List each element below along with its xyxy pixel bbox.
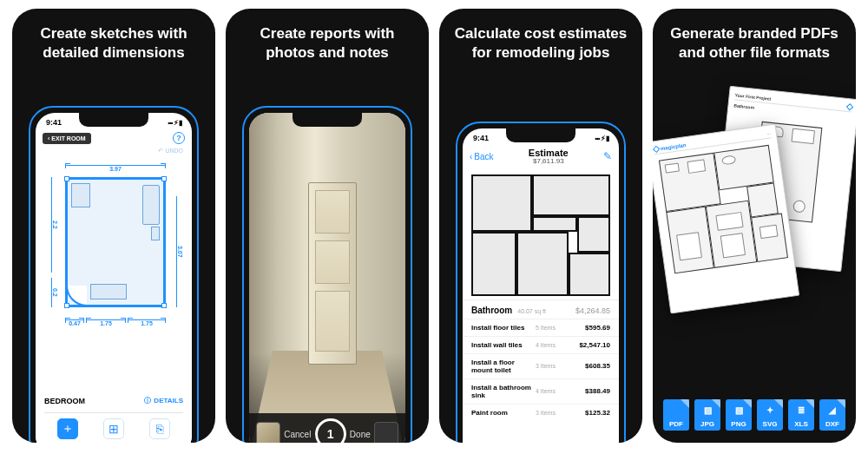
section-header[interactable]: Bathroom 40.07 sq ft $4,264.85 (463, 299, 619, 319)
logo-icon (846, 103, 853, 110)
format-glyph-icon: ◢ (819, 405, 845, 415)
item-qty: 3 Items (536, 363, 572, 369)
exit-room-button[interactable]: ‹ EXIT ROOM (43, 133, 91, 144)
phone-notch-icon (79, 113, 148, 127)
details-button[interactable]: ⓘ DETAILS (144, 396, 183, 405)
item-label: Paint room (471, 409, 536, 417)
dim-value: 3.07 (177, 244, 183, 260)
brand-text: magicplan (661, 142, 687, 151)
dim-value: 0.47 (68, 320, 82, 326)
item-qty: 4 Items (536, 388, 572, 394)
toolbar: ＋ Add object ⊞ Set size ⎘ Freeze Walls (44, 412, 183, 443)
edit-button[interactable]: ✎ (603, 150, 612, 162)
panel-title: Create reports with photos and notes (226, 9, 429, 73)
phone-notch-icon (293, 113, 362, 127)
phone-frame: 9:41 ••• ⚡︎ ▮ ‹ Back Estimate $7,611.93 … (456, 122, 626, 443)
chevron-left-icon: ‹ (470, 152, 472, 161)
back-button[interactable]: ‹ Back (470, 152, 494, 161)
dimension-right: 3.07 (176, 196, 183, 307)
status-icons: ••• ⚡︎ ▮ (168, 119, 181, 127)
camera-viewfinder[interactable] (249, 113, 405, 443)
estimate-line-item[interactable]: Install a floor mount toilet3 Items$608.… (463, 353, 619, 378)
logo-icon (653, 146, 660, 153)
plus-icon: ＋ (57, 418, 78, 439)
file-format-xls[interactable]: ≣XLS (788, 399, 814, 431)
floor-plan[interactable] (471, 174, 610, 296)
status-time: 9:41 (473, 134, 489, 142)
add-object-button[interactable]: ＋ Add object (44, 418, 90, 443)
dimension-bot-2: 1.75 (86, 319, 126, 326)
dim-value: 0.2 (52, 287, 58, 298)
corner-handle[interactable] (64, 303, 69, 308)
panel-title: Create sketches with detailed dimensions (12, 9, 215, 73)
phone-frame: 9:41 ••• ⚡︎ ▮ ‹ EXIT ROOM ? ↶ UNDO 3.97 … (29, 106, 199, 443)
resize-icon: ⊞ (103, 418, 124, 439)
pdf-preview[interactable]: magicplan ··· (653, 124, 799, 314)
plan-room (516, 232, 569, 296)
dim-value: 2.2 (52, 219, 58, 231)
corner-handle[interactable] (161, 176, 167, 181)
camera-flip-button[interactable] (374, 422, 398, 443)
status-time: 9:41 (46, 118, 62, 127)
estimate-line-item[interactable]: Install a bathroom sink4 Items$388.49 (463, 378, 619, 404)
sketch-canvas[interactable]: 3.97 2.2 0.2 3.07 0.47 1.75 1.75 (44, 158, 183, 340)
item-label: Install floor tiles (471, 324, 536, 332)
item-price: $388.49 (572, 387, 610, 395)
photo-thumbnail[interactable] (256, 422, 280, 443)
estimate-line-item[interactable]: Install floor tiles5 Items$595.69 (463, 319, 619, 336)
help-button[interactable]: ? (173, 132, 185, 144)
panel-title: Calculate cost estimates for remodeling … (439, 9, 642, 73)
document-previews: Your First Project Bathroom magicplan ··… (653, 92, 856, 391)
done-button[interactable]: Done (350, 430, 371, 439)
plan-room (471, 232, 516, 296)
item-label: Install wall tiles (471, 341, 536, 349)
photo-door (308, 182, 357, 365)
panel-reports: Create reports with photos and notes Can… (226, 9, 429, 443)
format-label: SVG (763, 420, 778, 428)
screen-title: Estimate $7,611.93 (529, 148, 569, 166)
format-glyph-icon: ▧ (726, 405, 752, 415)
format-label: PDF (669, 420, 683, 428)
panel-title: Generate branded PDFs and other file for… (653, 9, 856, 73)
corner-handle[interactable] (64, 176, 69, 181)
section-area: 40.07 sq ft (517, 308, 546, 314)
tool-label: Add object (44, 442, 90, 443)
estimate-line-item[interactable]: Paint room3 Items$125.32 (463, 404, 619, 421)
phone-screen: 9:41 ••• ⚡︎ ▮ ‹ Back Estimate $7,611.93 … (463, 128, 619, 443)
furniture-nightstand[interactable] (151, 227, 160, 240)
plan-room (577, 216, 610, 253)
file-format-pdf[interactable]: PDF (663, 399, 689, 431)
corner-handle[interactable] (161, 303, 167, 308)
estimate-line-item[interactable]: Install wall tiles4 Items$2,547.10 (463, 336, 619, 353)
item-qty: 3 Items (536, 410, 572, 416)
dimension-top: 3.97 (65, 165, 166, 172)
item-price: $595.69 (572, 324, 610, 332)
file-format-svg[interactable]: ✦SVG (757, 399, 783, 431)
dimension-left-2: 0.2 (51, 278, 58, 307)
doc-plan (654, 141, 790, 286)
furniture-bed[interactable] (142, 185, 160, 225)
room-outline[interactable] (65, 177, 166, 307)
freeze-walls-button[interactable]: ⎘ Freeze Walls (137, 418, 183, 443)
format-label: JPG (700, 420, 714, 428)
cancel-button[interactable]: Cancel (284, 430, 311, 439)
dim-value: 1.75 (99, 320, 113, 326)
item-qty: 5 Items (536, 325, 572, 331)
shutter-button[interactable]: 1 (315, 418, 346, 443)
file-format-jpg[interactable]: ▨JPG (694, 399, 720, 431)
furniture-desk[interactable] (71, 183, 90, 207)
furniture-dresser[interactable] (90, 284, 127, 299)
file-format-dxf[interactable]: ◢DXF (819, 399, 845, 431)
phone-notch-icon (506, 128, 575, 142)
format-label: PNG (731, 420, 746, 428)
set-size-button[interactable]: ⊞ Set size (90, 418, 136, 443)
file-format-png[interactable]: ▧PNG (726, 399, 752, 431)
item-price: $608.35 (572, 362, 610, 370)
panel-exports: Generate branded PDFs and other file for… (653, 9, 856, 443)
panel-sketches: Create sketches with detailed dimensions… (12, 9, 215, 443)
item-label: Install a floor mount toilet (471, 359, 536, 374)
undo-button[interactable]: ↶ UNDO (36, 148, 192, 155)
dimension-bot-3: 1.75 (128, 319, 166, 326)
section-name: Bathroom (471, 306, 512, 315)
bottom-panel: BEDROOM ⓘ DETAILS ＋ Add object ⊞ Set siz… (36, 391, 192, 443)
